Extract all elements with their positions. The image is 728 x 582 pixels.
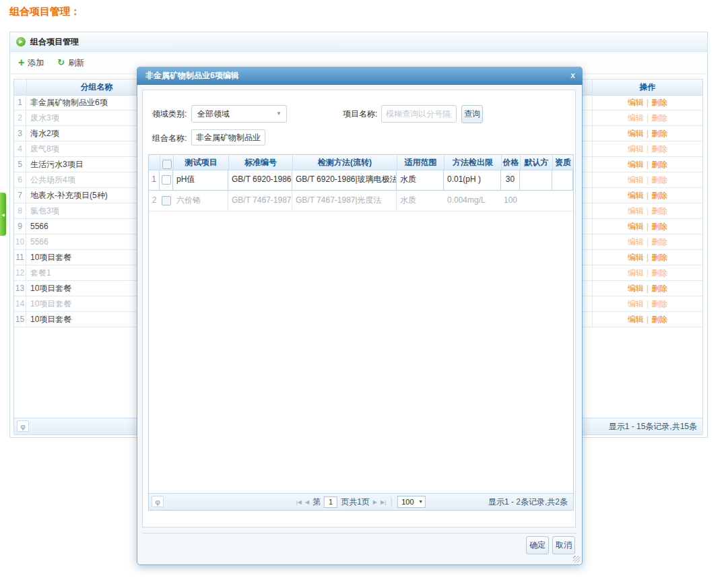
pager-refresh-button[interactable]: φ: [17, 420, 29, 432]
delete-link[interactable]: 删除: [651, 237, 667, 247]
column-header-scope[interactable]: 适用范围: [397, 155, 444, 170]
chevron-down-icon: ▼: [276, 106, 282, 122]
test-item-table: 测试项目 标准编号 检测方法(流转) 适用范围 方法检出限 价格 默认方法 资质…: [148, 154, 574, 511]
page-size-select[interactable]: 100 ▼: [397, 496, 426, 508]
dialog-titlebar[interactable]: 非金属矿物制品业6项编辑 x: [137, 67, 583, 85]
column-header-price[interactable]: 价格: [501, 155, 520, 170]
first-page-icon[interactable]: |◀: [296, 499, 302, 505]
cell-method: GB/T 6920-1986|玻璃电极法: [292, 170, 397, 191]
page-number-input[interactable]: [324, 496, 337, 508]
group-name: 生活污水3项目: [30, 157, 84, 172]
delete-link[interactable]: 删除: [651, 206, 667, 216]
side-panel-handle[interactable]: ◀: [0, 193, 6, 236]
group-name: 公共场所4项: [30, 172, 75, 187]
next-page-icon[interactable]: ▶: [373, 499, 377, 505]
edit-link[interactable]: 编辑: [628, 160, 644, 169]
project-name-input[interactable]: [381, 105, 457, 123]
edit-link[interactable]: 编辑: [628, 315, 644, 324]
column-header-default[interactable]: 默认方法: [520, 155, 552, 170]
edit-link[interactable]: 编辑: [628, 98, 644, 107]
collapse-arrow-icon: ◀: [1, 212, 5, 217]
search-button[interactable]: 查询: [461, 105, 483, 123]
close-icon[interactable]: x: [570, 67, 575, 85]
cell-limit: 0.01(pH ): [444, 170, 501, 191]
project-label: 项目名称:: [343, 105, 377, 123]
delete-link[interactable]: 删除: [651, 191, 667, 200]
resize-handle[interactable]: [573, 556, 580, 562]
prev-page-icon[interactable]: ◀: [305, 499, 309, 505]
row-checkbox[interactable]: [162, 175, 171, 185]
column-header-std[interactable]: 标准编号: [228, 155, 292, 170]
row-number: 7: [14, 188, 26, 203]
select-all-checkbox[interactable]: [162, 160, 172, 169]
row-checkbox[interactable]: [162, 196, 171, 205]
delete-link[interactable]: 删除: [651, 284, 667, 293]
refresh-button[interactable]: ↻ 刷新: [57, 57, 84, 69]
test-item-table-header: 测试项目 标准编号 检测方法(流转) 适用范围 方法检出限 价格 默认方法 资质: [149, 155, 573, 170]
group-name: 10项目套餐: [30, 281, 71, 296]
delete-link[interactable]: 删除: [651, 299, 667, 309]
delete-link[interactable]: 删除: [651, 113, 667, 123]
edit-link[interactable]: 编辑: [628, 253, 644, 262]
row-number: 13: [14, 281, 26, 296]
column-header-qual[interactable]: 资质: [552, 155, 573, 170]
row-actions: 编辑|删除: [592, 188, 702, 203]
column-header-action[interactable]: 操作: [592, 79, 702, 95]
cell-default: [520, 191, 552, 211]
cancel-button[interactable]: 取消: [552, 536, 575, 554]
row-actions: 编辑|删除: [592, 126, 702, 141]
delete-link[interactable]: 删除: [651, 144, 667, 154]
table-row[interactable]: 2 六价铬 GB/T 7467-1987 GB/T 7467-1987|光度法 …: [149, 191, 573, 212]
pager-summary: 显示1 - 15条记录,共15条: [609, 418, 697, 434]
link-separator: |: [647, 98, 649, 107]
edit-link[interactable]: 编辑: [628, 206, 644, 216]
edit-link[interactable]: 编辑: [628, 284, 644, 293]
edit-link[interactable]: 编辑: [628, 144, 644, 154]
link-separator: |: [647, 160, 649, 169]
page-title: 组合项目管理：: [9, 5, 80, 18]
group-name: 氯包3项: [30, 203, 59, 218]
panel-title: 组合项目管理: [30, 36, 79, 48]
row-actions: 编辑|删除: [592, 281, 702, 296]
edit-link[interactable]: 编辑: [628, 237, 644, 247]
row-number: 4: [14, 141, 26, 156]
edit-link[interactable]: 编辑: [628, 129, 644, 138]
edit-link[interactable]: 编辑: [628, 299, 644, 309]
row-number: 14: [14, 296, 26, 311]
delete-link[interactable]: 删除: [651, 315, 667, 324]
edit-link[interactable]: 编辑: [628, 191, 644, 200]
edit-link[interactable]: 编辑: [628, 268, 644, 278]
delete-link[interactable]: 删除: [651, 268, 667, 278]
link-separator: |: [647, 237, 649, 247]
ok-button[interactable]: 确定: [526, 536, 549, 554]
column-header-index: [14, 79, 26, 95]
delete-link[interactable]: 删除: [651, 253, 667, 262]
table-row[interactable]: 1 pH值 GB/T 6920-1986 GB/T 6920-1986|玻璃电极…: [149, 170, 573, 191]
group-name: 海水2项: [30, 126, 59, 141]
group-name-input[interactable]: [191, 129, 265, 146]
delete-link[interactable]: 删除: [651, 98, 667, 107]
edit-link[interactable]: 编辑: [628, 113, 644, 123]
domain-select[interactable]: 全部领域 ▼: [191, 105, 287, 123]
link-separator: |: [647, 206, 649, 216]
column-header-method[interactable]: 检测方法(流转): [292, 155, 397, 170]
delete-link[interactable]: 删除: [651, 160, 667, 169]
edit-link[interactable]: 编辑: [628, 175, 644, 185]
delete-link[interactable]: 删除: [651, 222, 667, 231]
column-header-limit[interactable]: 方法检出限: [444, 155, 501, 170]
link-separator: |: [647, 129, 649, 138]
edit-link[interactable]: 编辑: [628, 222, 644, 231]
column-header-checkbox: [160, 155, 173, 170]
add-button-label: 添加: [28, 57, 44, 69]
row-actions: 编辑|删除: [592, 172, 702, 187]
add-button[interactable]: + 添加: [18, 57, 44, 69]
delete-link[interactable]: 删除: [651, 129, 667, 138]
pager-refresh-button[interactable]: φ: [152, 496, 164, 507]
row-number: 12: [14, 265, 26, 280]
last-page-icon[interactable]: ▶|: [380, 499, 386, 505]
row-actions: 编辑|删除: [592, 265, 702, 280]
column-header-index: [149, 155, 160, 170]
column-header-item[interactable]: 测试项目: [173, 155, 228, 170]
delete-link[interactable]: 删除: [651, 175, 667, 185]
cell-std: GB/T 7467-1987: [228, 191, 292, 211]
